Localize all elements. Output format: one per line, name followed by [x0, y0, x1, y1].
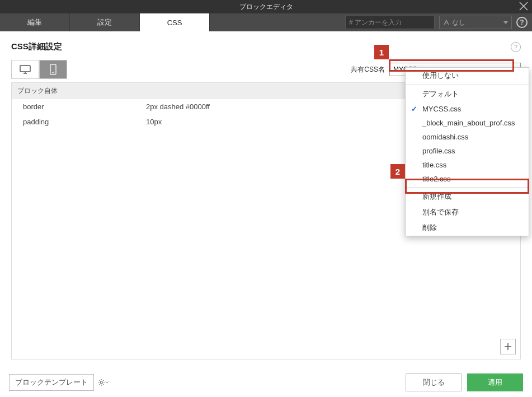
dropdown-item-saveas[interactable]: 別名で保存 — [406, 204, 529, 220]
property-value: 10px — [146, 118, 162, 126]
dropdown-item-mycss[interactable]: MYCSS.css — [406, 102, 529, 116]
dropdown-separator — [406, 187, 529, 188]
dropdown-item-none[interactable]: 使用しない — [406, 68, 529, 83]
section-help-icon[interactable]: ? — [511, 42, 521, 52]
property-name: border — [23, 102, 146, 111]
svg-rect-2 — [20, 66, 30, 72]
callout-2: 2 — [390, 164, 405, 179]
dropdown-item-block[interactable]: _block_main_about_prof.css — [406, 116, 529, 130]
dropdown-item-oomidashi[interactable]: oomidashi.css — [406, 130, 529, 144]
gear-icon[interactable] — [97, 377, 109, 388]
property-value: 2px dashed #0000ff — [146, 102, 210, 111]
add-property-button[interactable] — [500, 339, 516, 354]
tab-css[interactable]: CSS — [140, 13, 210, 31]
font-select[interactable]: なし — [439, 16, 512, 29]
dropdown-item-default[interactable]: デフォルト — [406, 86, 529, 102]
svg-point-9 — [100, 381, 102, 384]
font-select-label: なし — [452, 18, 465, 27]
font-icon — [443, 19, 450, 26]
plus-icon — [504, 343, 512, 351]
anchor-input[interactable] — [345, 16, 435, 29]
tab-settings[interactable]: 設定 — [70, 13, 140, 31]
dropdown-item-title[interactable]: title.css — [406, 158, 529, 172]
shared-css-dropdown: 使用しない デフォルト MYCSS.css _block_main_about_… — [405, 67, 529, 236]
property-name: padding — [23, 118, 146, 126]
block-template-button[interactable]: ブロックテンプレート — [9, 374, 94, 391]
callout-1: 1 — [374, 45, 389, 59]
title-bar: ブロックエディタ — [0, 0, 532, 13]
tab-bar: 編集 設定 CSS なし ? — [0, 13, 532, 31]
dropdown-item-title2[interactable]: title2.css — [406, 172, 529, 186]
chevron-down-icon — [105, 381, 109, 384]
device-tab-desktop[interactable] — [11, 60, 39, 79]
footer: ブロックテンプレート 閉じる 適用 — [0, 368, 532, 397]
shared-css-label: 共有CSS名 — [351, 65, 385, 74]
section-title: CSS詳細設定 — [11, 41, 62, 52]
device-tab-mobile[interactable] — [39, 60, 67, 79]
help-icon[interactable]: ? — [516, 17, 528, 28]
dropdown-separator — [406, 85, 529, 85]
close-icon[interactable] — [519, 1, 529, 11]
window-title: ブロックエディタ — [239, 2, 293, 12]
desktop-icon — [19, 64, 31, 74]
dropdown-item-new[interactable]: 新規作成 — [406, 189, 529, 204]
mobile-icon — [49, 64, 57, 75]
dropdown-item-delete[interactable]: 削除 — [406, 220, 529, 236]
dropdown-item-profile[interactable]: profile.css — [406, 144, 529, 158]
close-button[interactable]: 閉じる — [406, 373, 462, 391]
tab-edit[interactable]: 編集 — [0, 13, 70, 31]
apply-button[interactable]: 適用 — [467, 373, 523, 391]
